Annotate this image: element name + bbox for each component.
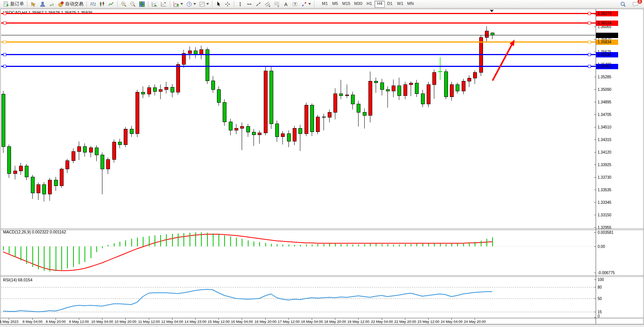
svg-text:23 May 12:00: 23 May 12:00 [418,319,440,324]
line-handle[interactable] [3,53,6,56]
vertical-line-tool-button[interactable] [236,0,245,8]
svg-text:0.00: 0.00 [598,244,605,249]
candle [124,127,127,147]
candlestick-mode-button[interactable] [97,0,107,8]
price-line[interactable]: 1.35834 [1,40,618,45]
candle [118,139,121,148]
cursor-icon [215,1,222,7]
chart-shift-marker[interactable] [490,10,494,12]
crosshair-tool-button[interactable] [223,0,232,8]
chart-shift-button[interactable] [159,0,168,8]
styler-icon [30,1,37,7]
timeframe-M1[interactable]: M1 [320,1,330,8]
candle [48,178,51,200]
chart-canvas[interactable]: USDCAD,H4 1.35967 1.35978 1.35875 1.3593… [0,0,644,327]
tile-windows-icon [139,1,145,7]
notification-badge: 1 [637,0,642,4]
new-order-button[interactable]: 新订单 [2,0,26,8]
candle [264,67,267,135]
candle [316,115,319,134]
bar-chart-icon [90,1,96,7]
candle [462,79,465,94]
autotrading-label: 自动交易 [65,1,83,7]
rsi-indicator-label: RSI(14) 68.0154 [3,278,32,282]
signals-button[interactable] [47,0,56,8]
svg-text:-0.006775: -0.006775 [598,271,615,275]
indicators-button[interactable] [172,0,185,8]
text-tool-button[interactable]: A [281,0,290,8]
price-line[interactable]: 1.36273 [1,11,618,16]
candle [130,126,133,137]
line-handle[interactable] [588,41,591,43]
candle [171,84,174,98]
bar-chart-mode-button[interactable] [88,0,97,8]
toolbar-separator [170,1,170,7]
candle [223,99,226,126]
candle [229,119,232,135]
toolbar-right-tools: 1 [618,0,642,8]
line-handle[interactable] [3,12,6,15]
periods-button[interactable] [185,0,198,8]
arrow-objects-icon [301,1,307,7]
auto-scroll-button[interactable] [150,0,159,8]
horizontal-line-tool-button[interactable] [245,0,254,8]
timeframe-D1[interactable]: D1 [385,1,395,8]
line-handle[interactable] [3,41,6,43]
candle [438,57,442,80]
candle [322,114,325,130]
chat-button[interactable]: 1 [631,0,640,8]
price-line[interactable]: 1.35452 [1,64,618,69]
profile-button[interactable] [38,0,47,8]
horizontal-line-icon [246,1,252,7]
svg-text:16 May 04:00: 16 May 04:00 [231,319,253,324]
cursor-tool-button[interactable] [214,0,223,8]
line-handle[interactable] [588,65,591,68]
fibonacci-tool-button[interactable]: F [272,0,281,8]
trend-arrow-object[interactable] [493,40,515,81]
channel-tool-button[interactable]: E [263,0,272,8]
line-handle[interactable] [588,22,591,24]
timeframe-MN[interactable]: MN [405,1,416,8]
text-label-tool-button[interactable]: T [290,0,300,8]
autotrading-button[interactable]: 自动交易 [56,0,85,8]
macd-histogram [3,232,493,271]
new-order-label: 新订单 [10,1,24,7]
line-chart-mode-button[interactable] [107,0,116,8]
price-line[interactable]: 1.35638 [1,52,618,57]
line-handle[interactable] [3,65,6,68]
crosshair-icon [225,1,231,7]
candle [368,71,372,122]
candle [287,130,290,147]
new-order-icon [3,1,9,7]
svg-text:8 May 20:00: 8 May 20:00 [46,319,65,324]
timeframe-M5[interactable]: M5 [330,1,340,8]
styler-button[interactable] [29,0,38,8]
macd-pane: 0.0035810.00-0.006775 [1,230,615,275]
price-tag: 1.35452 [596,64,618,69]
line-handle[interactable] [588,12,591,15]
timeframe-W1[interactable]: W1 [395,1,405,8]
templates-button[interactable] [198,0,210,8]
trendline-tool-button[interactable] [254,0,263,8]
timeframe-H4[interactable]: H4 [375,1,385,8]
price-line[interactable]: 1.35936 [1,33,618,38]
tile-windows-button[interactable] [137,0,147,8]
timeframe-M15[interactable]: M15 [340,1,352,8]
svg-text:F: F [278,5,279,7]
zoom-in-icon [121,1,127,7]
svg-text:A: A [284,2,287,7]
svg-text:0.003581: 0.003581 [598,230,614,235]
arrows-tool-button[interactable] [300,0,312,8]
timeframe-M30[interactable]: M30 [352,1,364,8]
candle [83,143,86,157]
zoom-in-button[interactable] [119,0,128,8]
line-handle[interactable] [3,22,6,24]
search-button[interactable] [618,0,628,8]
zoom-out-button[interactable] [128,0,137,8]
price-line[interactable]: 1.36124 [1,21,618,26]
svg-text:1.34895: 1.34895 [598,100,612,104]
line-handle[interactable] [588,53,591,56]
candle [159,84,162,99]
chevron-down-icon [206,3,209,5]
timeframe-H1[interactable]: H1 [364,1,375,8]
